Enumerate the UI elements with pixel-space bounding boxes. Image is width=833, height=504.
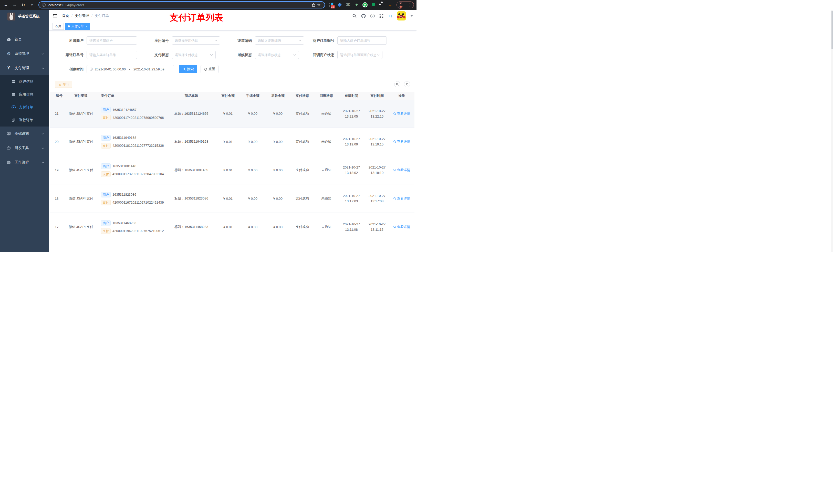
view-detail-link[interactable]: 查看详情 [393, 112, 410, 116]
sidebar-item-app-info[interactable]: 应用信息 [0, 88, 49, 101]
sidebar-item-home[interactable]: 首页 [0, 32, 49, 47]
table-row: 19 微信 JSAPI 支付 商户1635311881440 支付4200001… [50, 156, 414, 184]
merchant-tag: 商户 [101, 107, 111, 113]
channel-code-input[interactable] [258, 39, 298, 43]
sidebar-item-merchant-info[interactable]: 商户信息 [0, 75, 49, 88]
cell-id: 20 [50, 140, 65, 144]
github-icon[interactable] [361, 13, 366, 19]
address-bar[interactable]: i localhost:1024/pay/order ☆ [39, 1, 325, 8]
view-detail-link[interactable]: 查看详情 [393, 139, 410, 144]
browser-menu-icon[interactable]: ⋮ [407, 3, 411, 7]
date-range-picker[interactable]: 2021-10-01 00:00:00 - 2021-10-31 23:59:5… [87, 65, 174, 73]
channel-order-no-field[interactable] [87, 51, 137, 59]
notify-status-select[interactable] [337, 51, 382, 59]
breadcrumb-pay[interactable]: 支付管理 [75, 14, 89, 18]
search-icon[interactable] [352, 13, 357, 19]
chat-extension-icon[interactable] [371, 2, 376, 7]
toolbox-icon [6, 146, 11, 150]
channel-code-select[interactable] [255, 37, 304, 45]
sidebar-item-workflow[interactable]: 工作流程 [0, 155, 49, 170]
sidebar-item-devtools[interactable]: 研发工具 [0, 141, 49, 155]
cell-create-time: 2021-10-2713:22:05 [339, 108, 364, 119]
cell-title: 标题：1635311949168 [167, 139, 216, 144]
col-title: 商品标题 [167, 94, 216, 98]
reset-button-label: 重置 [209, 67, 215, 71]
search-button[interactable]: 搜索 [179, 65, 197, 73]
pay-status-input[interactable] [175, 53, 209, 57]
filter-label: 渠道编码 [218, 37, 252, 45]
merchant-order-no-field[interactable] [337, 37, 387, 45]
document-icon [11, 118, 16, 122]
site-info-icon[interactable]: i [42, 3, 46, 7]
toggle-search-button[interactable] [394, 81, 400, 87]
home-icon[interactable]: ⌂ [29, 2, 35, 8]
merchant-tag: 商户 [101, 192, 111, 197]
col-fee: 手续金额 [240, 94, 265, 98]
reload-icon[interactable]: ↻ [20, 2, 27, 8]
cell-pay-time: 2021-10-2713:22:15 [364, 108, 390, 119]
date-end: 2021-10-31 23:59:59 [134, 67, 164, 71]
sidebar-item-refund-order[interactable]: 退款订单 [0, 114, 49, 126]
app-select[interactable] [172, 37, 220, 45]
merchant-order-no-input[interactable] [340, 39, 384, 43]
browser-update-button[interactable]: 更新 ⋮ [397, 2, 414, 8]
tag-home[interactable]: 首页 [52, 23, 64, 30]
app-input[interactable] [175, 39, 213, 43]
notify-status-input[interactable] [340, 53, 376, 57]
cell-title: 标题：1635311881439 [167, 168, 216, 172]
refresh-table-button[interactable] [404, 81, 410, 87]
tag-pay-order[interactable]: 支付订单 × [65, 23, 90, 30]
share-icon[interactable] [311, 2, 316, 7]
help-icon[interactable]: ? [370, 13, 375, 19]
col-amount: 支付金额 [216, 94, 240, 98]
sidebar-item-pay[interactable]: ¥ 支付管理 [0, 61, 49, 75]
shop-icon [11, 80, 16, 84]
back-icon[interactable]: ← [3, 2, 9, 8]
collapse-menu-icon[interactable] [52, 13, 57, 19]
breadcrumb-home[interactable]: 首页 [62, 14, 69, 18]
sidebar-item-label: 支付管理 [15, 66, 29, 70]
yen-circle-icon: ¥ [11, 105, 16, 110]
font-size-icon[interactable]: TT [388, 13, 393, 19]
col-pay-time: 支付时间 [364, 94, 390, 98]
view-detail-link[interactable]: 查看详情 [393, 224, 410, 229]
channel-order-no-input[interactable] [89, 53, 134, 57]
y-extension-icon[interactable]: y [362, 2, 367, 7]
view-detail-link[interactable]: 查看详情 [393, 196, 410, 201]
command-extension-icon[interactable]: ⌘ [346, 2, 351, 7]
cell-order: 商户1635311949168 支付4200001181202110277723… [97, 135, 167, 148]
avatar-caret-icon[interactable] [410, 15, 413, 17]
profile-avatar-icon[interactable] [388, 2, 393, 7]
sidebar-item-system[interactable]: ⚙ 系统管理 [0, 47, 49, 61]
pay-tag: 支付 [101, 143, 111, 148]
app-logo [7, 13, 15, 21]
channel-order-no: 4200001194202110276752100612 [113, 229, 164, 233]
merchant-tag: 商户 [101, 220, 111, 226]
puzzle-extensions-icon[interactable] [379, 2, 384, 7]
chevron-down-icon [214, 40, 217, 42]
view-detail-link[interactable]: 查看详情 [393, 168, 410, 172]
merchant-select[interactable] [87, 37, 137, 45]
close-tag-icon[interactable]: × [86, 25, 87, 28]
refund-status-input[interactable] [258, 53, 292, 57]
recorder-extension-icon[interactable] [354, 2, 359, 7]
sketch-extension-icon[interactable]: 10 [329, 2, 334, 7]
dashboard-icon [6, 37, 11, 42]
cell-refund: ¥ 0.00 [265, 197, 290, 200]
user-avatar[interactable] [397, 11, 406, 21]
sidebar-item-infra[interactable]: 基础设施 [0, 126, 49, 141]
table-row: 17 微信 JSAPI 支付 商户1635311468233 支付4200001… [50, 213, 414, 241]
pay-status-select[interactable] [172, 51, 216, 59]
kite-extension-icon[interactable] [337, 2, 342, 7]
merchant-input[interactable] [89, 39, 134, 43]
active-dot-icon [68, 25, 70, 27]
refund-status-select[interactable] [255, 51, 299, 59]
fullscreen-icon[interactable] [379, 13, 384, 19]
sidebar-item-pay-order[interactable]: ¥ 支付订单 [0, 101, 49, 114]
export-button[interactable]: 导出 [55, 81, 72, 88]
forward-icon[interactable]: → [11, 2, 18, 8]
reset-button[interactable]: 重置 [200, 65, 218, 73]
cell-channel: 微信 JSAPI 支付 [65, 224, 97, 229]
header-icons: ? TT [352, 10, 413, 22]
bookmark-star-icon[interactable]: ☆ [316, 2, 322, 7]
